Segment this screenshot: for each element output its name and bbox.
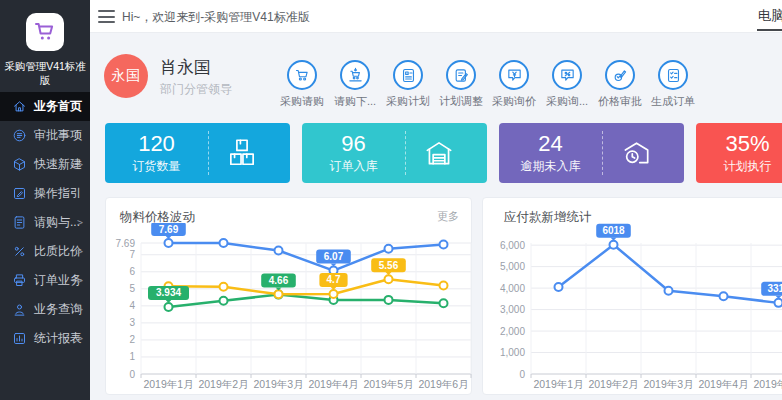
svg-text:3312: 3312: [767, 283, 782, 294]
new-icon: [12, 157, 27, 172]
sidebar-item-4[interactable]: 请购与...>: [0, 208, 90, 237]
hamburger-menu-icon[interactable]: [98, 10, 115, 23]
brand-title: 采购管理V41标准版: [0, 60, 90, 88]
green-series-point: [385, 296, 393, 304]
svg-text:7: 7: [129, 249, 135, 260]
stat-value: 24: [538, 132, 562, 156]
quick-action-3[interactable]: 计划调整: [434, 60, 488, 109]
svg-text:2019年2月: 2019年2月: [588, 378, 638, 390]
quick-action-label: 生成订单: [646, 94, 700, 109]
svg-text:4,000: 4,000: [500, 283, 525, 294]
approval-icon: [12, 128, 27, 143]
warehouse-icon: [422, 136, 456, 170]
svg-text:7.69: 7.69: [159, 224, 179, 235]
stat-label: 订货数量: [133, 158, 181, 175]
svg-text:2019年3月: 2019年3月: [643, 378, 693, 390]
sidebar-item-7[interactable]: 业务查询>: [0, 295, 90, 324]
sidebar-item-5[interactable]: 比质比价>: [0, 237, 90, 266]
sidebar-item-label: 请购与...: [34, 214, 80, 231]
avatar: 永国: [104, 54, 148, 98]
svg-text:6.07: 6.07: [324, 251, 344, 262]
svg-text:6018: 6018: [602, 225, 625, 236]
svg-text:4: 4: [129, 300, 135, 311]
quick-action-0[interactable]: 采购请购: [275, 60, 329, 109]
yellow-series-point: [220, 283, 228, 291]
payables-series-point: [720, 292, 728, 300]
svg-text:2019年2月: 2019年2月: [198, 378, 248, 390]
home-icon: [12, 99, 27, 114]
quick-action-7[interactable]: 生成订单: [646, 60, 700, 109]
payables-chart: 01,0002,0003,0004,0005,0006,0002019年1月20…: [483, 223, 782, 396]
sidebar-item-label: 统计报表: [34, 330, 82, 347]
quick-action-4[interactable]: 采购询价: [487, 60, 541, 109]
green-series-point: [165, 303, 173, 311]
sidebar-item-label: 订单业务: [34, 272, 82, 289]
svg-text:7.69: 7.69: [116, 238, 136, 249]
svg-text:0: 0: [129, 369, 135, 380]
sidebar-item-label: 业务首页: [34, 98, 82, 115]
sidebar: 采购管理V41标准版 业务首页审批事项快速新建>操作指引请购与...>比质比价>…: [0, 0, 90, 400]
svg-text:2: 2: [129, 334, 135, 345]
dashed-separator: [405, 131, 406, 175]
payables-series-point: [775, 299, 782, 307]
price-fluctuation-chart: 012345677.692019年1月2019年2月2019年3月2019年4月…: [106, 223, 473, 396]
sidebar-item-0[interactable]: 业务首页: [0, 92, 90, 121]
sidebar-item-8[interactable]: 统计报表>: [0, 324, 90, 353]
sidebar-item-label: 快速新建: [34, 156, 82, 173]
sidebar-item-6[interactable]: 订单业务>: [0, 266, 90, 295]
tab-pc-version[interactable]: 电脑: [758, 7, 782, 25]
sidebar-item-3[interactable]: 操作指引: [0, 179, 90, 208]
panel-price-fluctuation: 物料价格波动 更多 012345677.692019年1月2019年2月2019…: [105, 197, 472, 395]
stat-card-0[interactable]: 120订货数量: [105, 123, 290, 183]
blue-series-point: [220, 239, 228, 247]
stat-card-3[interactable]: 35%计划执行: [696, 123, 782, 183]
svg-text:2019年3月: 2019年3月: [253, 378, 303, 390]
payables-series-point: [665, 287, 673, 295]
quick-action-label: 价格审批: [593, 94, 647, 109]
inquiry-icon: [506, 67, 523, 84]
price-approve-icon: [612, 67, 629, 84]
yellow-series-point: [330, 290, 338, 298]
quick-action-1[interactable]: 请购下...: [328, 60, 382, 109]
quick-action-label: 采购请购: [275, 94, 329, 109]
quick-action-label: 采购询...: [540, 94, 594, 109]
stat-card-2[interactable]: 24逾期未入库: [499, 123, 684, 183]
yellow-series-point: [440, 281, 448, 289]
svg-text:1: 1: [129, 351, 135, 362]
report-icon: [12, 331, 27, 346]
panel-payables-stats: 应付款新增统计 01,0002,0003,0004,0005,0006,0002…: [482, 197, 782, 395]
more-link[interactable]: 更多: [437, 209, 459, 224]
yellow-series-point: [275, 290, 283, 298]
quick-action-5[interactable]: 采购询...: [540, 60, 594, 109]
svg-text:2019年4月: 2019年4月: [698, 378, 748, 390]
sidebar-item-1[interactable]: 审批事项: [0, 121, 90, 150]
svg-text:2019年1月: 2019年1月: [533, 378, 583, 390]
sidebar-item-label: 比质比价: [34, 243, 82, 260]
quick-action-6[interactable]: 价格审批: [593, 60, 647, 109]
svg-text:4.66: 4.66: [269, 275, 289, 286]
query-icon: [12, 302, 27, 317]
svg-text:4.7: 4.7: [327, 274, 341, 285]
quick-action-2[interactable]: 采购计划: [381, 60, 435, 109]
svg-text:3,000: 3,000: [500, 304, 525, 315]
order-icon: [12, 273, 27, 288]
sidebar-item-2[interactable]: 快速新建>: [0, 150, 90, 179]
cart-down-icon: [347, 67, 364, 84]
guide-icon: [12, 186, 27, 201]
sidebar-nav: 业务首页审批事项快速新建>操作指引请购与...>比质比价>订单业务>业务查询>统…: [0, 92, 90, 353]
blue-series-point: [275, 246, 283, 254]
svg-text:6: 6: [129, 266, 135, 277]
payables-series-point: [555, 283, 563, 291]
chevron-right-icon: >: [77, 217, 83, 228]
dashed-separator: [602, 131, 603, 175]
svg-text:2019年6月: 2019年6月: [418, 378, 468, 390]
svg-text:2019年1月: 2019年1月: [143, 378, 193, 390]
chevron-right-icon: >: [77, 304, 83, 315]
welcome-text: Hi~，欢迎来到-采购管理V41标准版: [122, 9, 310, 26]
svg-text:6,000: 6,000: [500, 240, 525, 251]
blue-series-point: [385, 245, 393, 253]
chevron-right-icon: >: [77, 333, 83, 344]
stat-label: 逾期未入库: [521, 158, 581, 175]
sidebar-item-label: 业务查询: [34, 301, 82, 318]
stat-card-1[interactable]: 96订单入库: [302, 123, 487, 183]
